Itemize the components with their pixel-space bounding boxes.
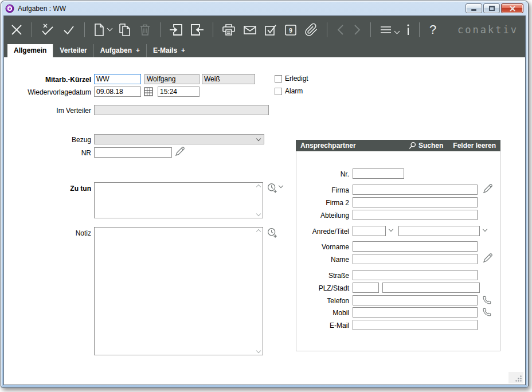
export-button[interactable]: [190, 23, 205, 37]
zu-tun-label: Zu tun: [4, 184, 91, 193]
ap-email-input[interactable]: [353, 320, 478, 330]
chevron-down-icon: [279, 183, 283, 188]
save-button[interactable]: [61, 22, 76, 37]
tab-aufgaben[interactable]: Aufgaben+: [93, 44, 146, 57]
ap-abteilung-input[interactable]: [353, 210, 478, 220]
alarm-label: Alarm: [285, 88, 303, 95]
window-close-button[interactable]: [501, 3, 523, 13]
import-button[interactable]: [169, 23, 183, 37]
task-button[interactable]: [264, 23, 277, 37]
ap-anrede-dropdown-button[interactable]: [389, 229, 393, 231]
tab-label: Verteiler: [60, 46, 87, 54]
envelope-icon: [242, 23, 257, 37]
cancel-button[interactable]: [10, 23, 24, 37]
save-close-button[interactable]: [40, 22, 55, 37]
maximize-button[interactable]: [483, 3, 500, 13]
zu-tun-timestamp-button[interactable]: [267, 183, 277, 195]
checkbox-check-icon: [264, 23, 277, 37]
ap-firma2-input[interactable]: [353, 197, 478, 207]
previous-record-button[interactable]: [335, 23, 346, 37]
phone-icon: [482, 307, 492, 317]
ap-telefon-label: Telefon: [296, 296, 349, 305]
resize-grip[interactable]: [508, 372, 523, 383]
next-record-button[interactable]: [352, 23, 362, 37]
minimize-button[interactable]: [466, 3, 482, 13]
ap-firma-label: Firma: [296, 186, 349, 195]
im-verteiler-label: Im Verteiler: [4, 106, 91, 115]
ap-plz-input[interactable]: [353, 283, 379, 293]
scroll-down-icon[interactable]: [256, 348, 261, 353]
print-button[interactable]: [221, 23, 236, 37]
help-button[interactable]: ?: [428, 22, 438, 38]
tab-emails[interactable]: E-Mails+: [146, 44, 191, 57]
felder-leeren-button[interactable]: Felder leeren: [453, 142, 496, 150]
ap-nr-input[interactable]: [353, 168, 404, 179]
suchen-button[interactable]: Suchen: [408, 142, 443, 150]
bezug-dropdown[interactable]: [94, 134, 264, 144]
date-picker-button[interactable]: [144, 87, 153, 98]
scroll-down-icon[interactable]: [256, 211, 261, 216]
ap-plz-stadt-label: PLZ/Stadt: [296, 284, 349, 293]
wiedervorlage-time-input[interactable]: [158, 87, 200, 97]
scroll-up-icon[interactable]: [256, 185, 261, 189]
chevron-right-icon: [352, 23, 362, 37]
ap-name-label: Name: [296, 255, 349, 264]
info-icon: [405, 22, 411, 37]
wiedervorlagedatum-input[interactable]: [94, 87, 141, 97]
info-button[interactable]: [405, 22, 411, 37]
mitarb-kurzel-input[interactable]: [94, 74, 141, 84]
mitarb-kurzel-label: Mitarb.-Kürzel: [4, 75, 91, 84]
ap-name-edit-button[interactable]: [483, 253, 492, 265]
ap-mobil-input[interactable]: [353, 307, 478, 317]
nr-edit-button[interactable]: [175, 147, 185, 158]
grip-dots-icon: [515, 375, 522, 382]
window-title: Aufgaben : WW: [18, 5, 66, 13]
email-button[interactable]: [242, 23, 257, 37]
calendar-9-icon: 9: [284, 23, 298, 37]
clock-plus-icon: [267, 228, 277, 238]
erledigt-checkbox[interactable]: [275, 75, 282, 83]
nr-input[interactable]: [94, 147, 172, 158]
allgemein-panel: Mitarb.-Kürzel Erledigt Wiedervorlagedat…: [4, 57, 525, 385]
svg-text:?: ?: [429, 22, 436, 37]
pencil-icon: [483, 184, 492, 194]
ap-vorname-input[interactable]: [353, 241, 478, 252]
notiz-textarea[interactable]: [94, 227, 263, 355]
ap-stadt-input[interactable]: [382, 283, 480, 293]
new-document-icon: [93, 23, 105, 37]
zu-tun-expand-button[interactable]: [279, 186, 283, 187]
pencil-icon: [175, 147, 185, 156]
ap-mobil-call-button[interactable]: [482, 307, 492, 319]
delete-button[interactable]: [138, 23, 152, 37]
ap-telefon-input[interactable]: [353, 295, 478, 305]
tab-verteiler[interactable]: Verteiler: [53, 44, 93, 57]
tab-allgemein[interactable]: Allgemein: [7, 44, 53, 57]
ap-strasse-label: Straße: [296, 271, 349, 280]
ap-titel-input[interactable]: [398, 226, 480, 236]
duplicate-button[interactable]: [118, 23, 132, 37]
wiedervorlagedatum-label: Wiedervorlagedatum: [4, 88, 91, 97]
tab-add-icon[interactable]: +: [136, 46, 140, 54]
ap-name-input[interactable]: [353, 254, 478, 264]
tab-add-icon[interactable]: +: [181, 46, 185, 54]
alarm-checkbox[interactable]: [275, 88, 282, 95]
tab-label: E-Mails: [153, 46, 177, 54]
ap-telefon-call-button[interactable]: [482, 295, 492, 307]
zu-tun-textarea[interactable]: [94, 182, 263, 218]
notiz-timestamp-button[interactable]: [267, 228, 277, 240]
ap-strasse-input[interactable]: [353, 270, 478, 280]
export-icon: [190, 23, 205, 37]
ap-anrede-input[interactable]: [353, 226, 386, 236]
calendar-button[interactable]: 9: [284, 23, 298, 37]
attachment-button[interactable]: [304, 23, 319, 37]
new-record-button[interactable]: [93, 23, 112, 37]
ap-firma-edit-button[interactable]: [483, 184, 492, 195]
menu-button[interactable]: [379, 23, 399, 37]
ap-titel-dropdown-button[interactable]: [483, 229, 487, 231]
svg-text:9: 9: [289, 27, 292, 33]
ap-firma-input[interactable]: [353, 185, 478, 195]
app-body: 9: [3, 15, 526, 385]
chevron-down-icon: [483, 227, 487, 232]
window-titlebar[interactable]: Aufgaben : WW: [1, 1, 528, 15]
scroll-up-icon[interactable]: [256, 229, 261, 234]
